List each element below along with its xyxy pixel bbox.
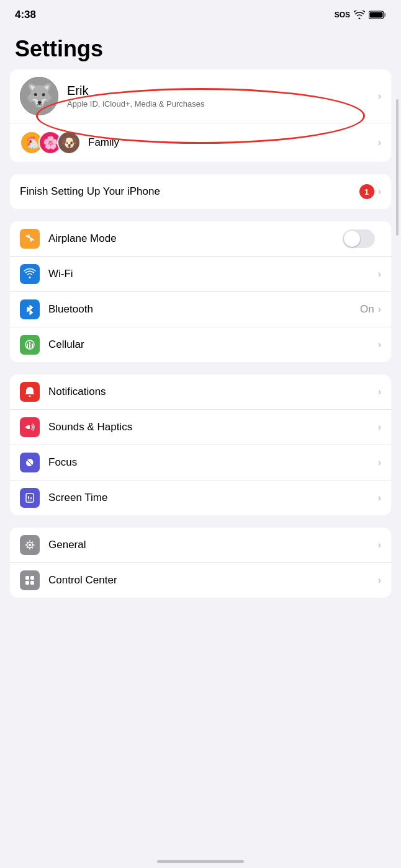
focus-chevron: › (378, 457, 381, 468)
screen-time-icon (20, 488, 40, 508)
svg-text:🐺: 🐺 (25, 82, 53, 108)
svg-rect-13 (28, 500, 32, 500)
svg-rect-19 (30, 581, 34, 585)
bluetooth-label: Bluetooth (48, 303, 360, 316)
family-row[interactable]: 🐔 🌸 🐶 Family › (10, 123, 391, 162)
finish-setup-label: Finish Setting Up Your iPhone (20, 185, 359, 198)
finish-setup-row[interactable]: Finish Setting Up Your iPhone 1 › (10, 174, 391, 209)
connectivity-section: Airplane Mode Wi-Fi › Bluetooth On › (10, 221, 391, 362)
general-label: General (48, 539, 378, 551)
airplane-mode-icon (20, 229, 40, 249)
notifications-label: Notifications (48, 386, 378, 398)
family-chevron: › (378, 137, 381, 148)
screen-time-label: Screen Time (48, 492, 378, 504)
notifications-section: Notifications › Sounds & Haptics › Focus… (10, 374, 391, 515)
sounds-haptics-row[interactable]: Sounds & Haptics › (10, 410, 391, 445)
sounds-haptics-label: Sounds & Haptics (48, 421, 378, 433)
general-chevron: › (378, 539, 381, 551)
notifications-row[interactable]: Notifications › (10, 374, 391, 410)
svg-rect-17 (30, 576, 34, 580)
account-info: Erik Apple ID, iCloud+, Media & Purchase… (67, 84, 378, 108)
bluetooth-icon (20, 299, 40, 319)
wifi-chevron: › (378, 268, 381, 280)
svg-rect-12 (30, 497, 32, 499)
svg-rect-10 (26, 494, 34, 502)
sounds-haptics-chevron: › (378, 422, 381, 433)
focus-label: Focus (48, 456, 378, 469)
wifi-icon (20, 264, 40, 284)
family-avatars: 🐔 🌸 🐶 (20, 131, 76, 154)
battery-status-icon (369, 11, 386, 19)
wifi-row[interactable]: Wi-Fi › (10, 257, 391, 292)
scrollbar[interactable] (396, 99, 399, 236)
status-bar: 4:38 SOS (0, 0, 401, 26)
wolf-avatar-image: 🐺 (20, 77, 58, 115)
svg-rect-9 (28, 425, 30, 429)
home-indicator (157, 860, 244, 863)
screen-time-row[interactable]: Screen Time › (10, 480, 391, 515)
toggle-knob (344, 231, 360, 247)
focus-icon (20, 453, 40, 472)
airplane-mode-label: Airplane Mode (48, 232, 343, 245)
svg-rect-18 (25, 581, 29, 585)
family-label: Family (88, 136, 378, 149)
general-row[interactable]: General › (10, 528, 391, 563)
bluetooth-row[interactable]: Bluetooth On › (10, 292, 391, 327)
status-icons: SOS (335, 11, 386, 19)
setup-badge: 1 (359, 184, 374, 199)
account-subtitle: Apple ID, iCloud+, Media & Purchases (67, 99, 378, 108)
airplane-mode-row[interactable]: Airplane Mode (10, 221, 391, 257)
avatar: 🐺 (20, 77, 58, 115)
status-time: 4:38 (15, 9, 36, 21)
control-center-icon (20, 570, 40, 590)
svg-rect-16 (25, 576, 29, 580)
svg-rect-5 (29, 342, 30, 348)
airplane-mode-toggle[interactable] (343, 229, 375, 248)
setup-section: Finish Setting Up Your iPhone 1 › (10, 174, 391, 209)
general-icon (20, 535, 40, 555)
account-name: Erik (67, 84, 378, 98)
account-chevron: › (378, 91, 381, 102)
sounds-haptics-icon (20, 417, 40, 437)
svg-rect-2 (370, 12, 383, 18)
bluetooth-chevron: › (378, 304, 381, 315)
apple-id-row[interactable]: 🐺 Erik Apple ID, iCloud+, Media & Purcha… (10, 69, 391, 123)
control-center-label: Control Center (48, 574, 378, 587)
notifications-chevron: › (378, 386, 381, 397)
bluetooth-value: On (360, 303, 374, 316)
control-center-row[interactable]: Control Center › (10, 563, 391, 598)
svg-point-14 (29, 544, 31, 546)
account-section: 🐺 Erik Apple ID, iCloud+, Media & Purcha… (10, 69, 391, 162)
cellular-label: Cellular (48, 339, 378, 351)
sos-indicator: SOS (335, 11, 350, 19)
control-center-chevron: › (378, 575, 381, 586)
wifi-status-icon (354, 11, 365, 19)
focus-row[interactable]: Focus › (10, 445, 391, 480)
cellular-icon (20, 335, 40, 355)
family-avatar-3: 🐶 (57, 131, 81, 154)
screen-time-chevron: › (378, 492, 381, 503)
svg-rect-11 (28, 496, 29, 499)
cellular-row[interactable]: Cellular › (10, 327, 391, 362)
page-title: Settings (0, 26, 401, 69)
general-section: General › Control Center › (10, 528, 391, 598)
setup-chevron: › (378, 186, 381, 197)
svg-rect-1 (384, 13, 386, 17)
notifications-icon (20, 382, 40, 402)
cellular-chevron: › (378, 339, 381, 350)
wifi-label: Wi-Fi (48, 268, 378, 280)
